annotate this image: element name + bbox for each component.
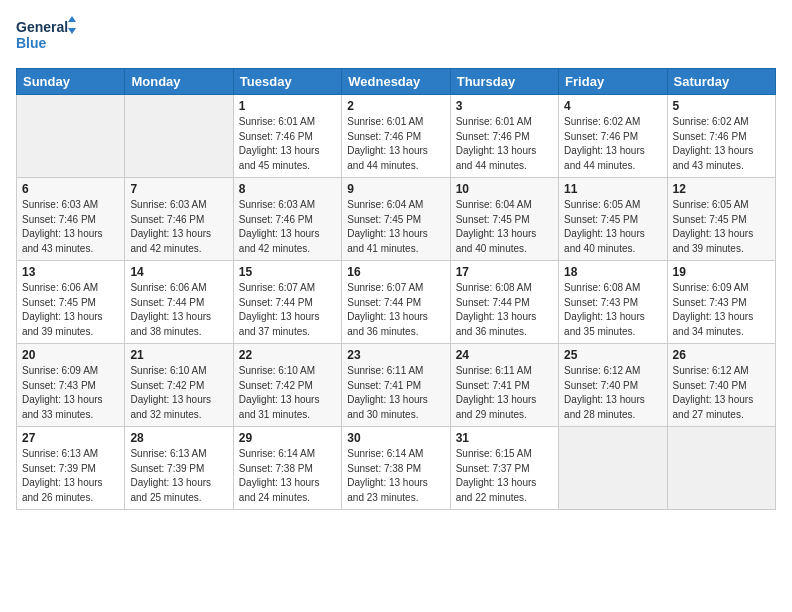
weekday-header-wednesday: Wednesday [342,69,450,95]
calendar-cell: 3Sunrise: 6:01 AM Sunset: 7:46 PM Daylig… [450,95,558,178]
day-number: 17 [456,265,553,279]
calendar-cell: 8Sunrise: 6:03 AM Sunset: 7:46 PM Daylig… [233,178,341,261]
day-info: Sunrise: 6:07 AM Sunset: 7:44 PM Dayligh… [347,281,444,339]
day-number: 11 [564,182,661,196]
week-row-5: 27Sunrise: 6:13 AM Sunset: 7:39 PM Dayli… [17,427,776,510]
calendar-cell [125,95,233,178]
logo: General Blue [16,16,76,58]
day-info: Sunrise: 6:02 AM Sunset: 7:46 PM Dayligh… [673,115,770,173]
day-info: Sunrise: 6:14 AM Sunset: 7:38 PM Dayligh… [347,447,444,505]
day-info: Sunrise: 6:14 AM Sunset: 7:38 PM Dayligh… [239,447,336,505]
day-number: 22 [239,348,336,362]
day-info: Sunrise: 6:03 AM Sunset: 7:46 PM Dayligh… [130,198,227,256]
weekday-header-thursday: Thursday [450,69,558,95]
calendar-cell: 11Sunrise: 6:05 AM Sunset: 7:45 PM Dayli… [559,178,667,261]
day-number: 30 [347,431,444,445]
calendar-cell: 2Sunrise: 6:01 AM Sunset: 7:46 PM Daylig… [342,95,450,178]
day-number: 23 [347,348,444,362]
day-number: 13 [22,265,119,279]
day-number: 20 [22,348,119,362]
calendar-cell: 17Sunrise: 6:08 AM Sunset: 7:44 PM Dayli… [450,261,558,344]
page-header: General Blue [16,16,776,58]
calendar-cell: 10Sunrise: 6:04 AM Sunset: 7:45 PM Dayli… [450,178,558,261]
day-number: 5 [673,99,770,113]
day-info: Sunrise: 6:08 AM Sunset: 7:44 PM Dayligh… [456,281,553,339]
calendar-cell: 9Sunrise: 6:04 AM Sunset: 7:45 PM Daylig… [342,178,450,261]
day-info: Sunrise: 6:12 AM Sunset: 7:40 PM Dayligh… [564,364,661,422]
day-number: 26 [673,348,770,362]
calendar-cell: 6Sunrise: 6:03 AM Sunset: 7:46 PM Daylig… [17,178,125,261]
week-row-1: 1Sunrise: 6:01 AM Sunset: 7:46 PM Daylig… [17,95,776,178]
day-info: Sunrise: 6:03 AM Sunset: 7:46 PM Dayligh… [239,198,336,256]
day-number: 12 [673,182,770,196]
day-number: 24 [456,348,553,362]
day-number: 29 [239,431,336,445]
day-number: 14 [130,265,227,279]
day-number: 18 [564,265,661,279]
calendar-cell: 30Sunrise: 6:14 AM Sunset: 7:38 PM Dayli… [342,427,450,510]
day-info: Sunrise: 6:06 AM Sunset: 7:45 PM Dayligh… [22,281,119,339]
calendar-cell: 31Sunrise: 6:15 AM Sunset: 7:37 PM Dayli… [450,427,558,510]
calendar-cell: 23Sunrise: 6:11 AM Sunset: 7:41 PM Dayli… [342,344,450,427]
day-info: Sunrise: 6:13 AM Sunset: 7:39 PM Dayligh… [130,447,227,505]
day-number: 7 [130,182,227,196]
day-info: Sunrise: 6:10 AM Sunset: 7:42 PM Dayligh… [239,364,336,422]
calendar-cell: 4Sunrise: 6:02 AM Sunset: 7:46 PM Daylig… [559,95,667,178]
calendar-cell: 24Sunrise: 6:11 AM Sunset: 7:41 PM Dayli… [450,344,558,427]
week-row-2: 6Sunrise: 6:03 AM Sunset: 7:46 PM Daylig… [17,178,776,261]
svg-marker-2 [68,16,76,22]
calendar-cell: 12Sunrise: 6:05 AM Sunset: 7:45 PM Dayli… [667,178,775,261]
calendar-cell: 1Sunrise: 6:01 AM Sunset: 7:46 PM Daylig… [233,95,341,178]
calendar-table: SundayMondayTuesdayWednesdayThursdayFrid… [16,68,776,510]
weekday-header-saturday: Saturday [667,69,775,95]
day-info: Sunrise: 6:09 AM Sunset: 7:43 PM Dayligh… [673,281,770,339]
svg-marker-3 [68,28,76,34]
day-info: Sunrise: 6:02 AM Sunset: 7:46 PM Dayligh… [564,115,661,173]
day-number: 6 [22,182,119,196]
calendar-cell: 26Sunrise: 6:12 AM Sunset: 7:40 PM Dayli… [667,344,775,427]
day-number: 25 [564,348,661,362]
day-number: 15 [239,265,336,279]
day-info: Sunrise: 6:04 AM Sunset: 7:45 PM Dayligh… [347,198,444,256]
svg-text:General: General [16,19,68,35]
day-number: 3 [456,99,553,113]
calendar-cell: 7Sunrise: 6:03 AM Sunset: 7:46 PM Daylig… [125,178,233,261]
day-number: 10 [456,182,553,196]
day-info: Sunrise: 6:04 AM Sunset: 7:45 PM Dayligh… [456,198,553,256]
day-number: 21 [130,348,227,362]
day-info: Sunrise: 6:11 AM Sunset: 7:41 PM Dayligh… [456,364,553,422]
day-number: 16 [347,265,444,279]
day-number: 31 [456,431,553,445]
weekday-header-row: SundayMondayTuesdayWednesdayThursdayFrid… [17,69,776,95]
day-number: 28 [130,431,227,445]
calendar-cell: 22Sunrise: 6:10 AM Sunset: 7:42 PM Dayli… [233,344,341,427]
day-info: Sunrise: 6:15 AM Sunset: 7:37 PM Dayligh… [456,447,553,505]
svg-text:Blue: Blue [16,35,47,51]
calendar-cell: 21Sunrise: 6:10 AM Sunset: 7:42 PM Dayli… [125,344,233,427]
week-row-4: 20Sunrise: 6:09 AM Sunset: 7:43 PM Dayli… [17,344,776,427]
calendar-cell: 29Sunrise: 6:14 AM Sunset: 7:38 PM Dayli… [233,427,341,510]
day-info: Sunrise: 6:08 AM Sunset: 7:43 PM Dayligh… [564,281,661,339]
calendar-cell: 25Sunrise: 6:12 AM Sunset: 7:40 PM Dayli… [559,344,667,427]
day-number: 4 [564,99,661,113]
weekday-header-monday: Monday [125,69,233,95]
calendar-cell: 18Sunrise: 6:08 AM Sunset: 7:43 PM Dayli… [559,261,667,344]
logo-svg: General Blue [16,16,76,58]
calendar-cell: 14Sunrise: 6:06 AM Sunset: 7:44 PM Dayli… [125,261,233,344]
day-info: Sunrise: 6:09 AM Sunset: 7:43 PM Dayligh… [22,364,119,422]
day-info: Sunrise: 6:10 AM Sunset: 7:42 PM Dayligh… [130,364,227,422]
weekday-header-tuesday: Tuesday [233,69,341,95]
day-number: 1 [239,99,336,113]
calendar-cell [559,427,667,510]
day-info: Sunrise: 6:01 AM Sunset: 7:46 PM Dayligh… [347,115,444,173]
calendar-cell: 13Sunrise: 6:06 AM Sunset: 7:45 PM Dayli… [17,261,125,344]
calendar-cell: 28Sunrise: 6:13 AM Sunset: 7:39 PM Dayli… [125,427,233,510]
day-info: Sunrise: 6:07 AM Sunset: 7:44 PM Dayligh… [239,281,336,339]
day-number: 2 [347,99,444,113]
weekday-header-sunday: Sunday [17,69,125,95]
calendar-cell [667,427,775,510]
day-info: Sunrise: 6:01 AM Sunset: 7:46 PM Dayligh… [456,115,553,173]
day-info: Sunrise: 6:01 AM Sunset: 7:46 PM Dayligh… [239,115,336,173]
day-number: 19 [673,265,770,279]
day-number: 9 [347,182,444,196]
